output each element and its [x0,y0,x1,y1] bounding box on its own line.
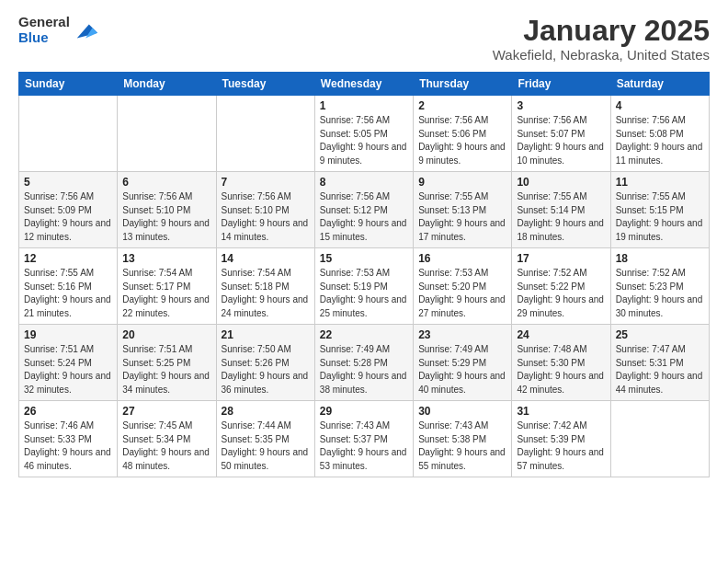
day-number: 1 [320,99,408,112]
page-title: January 2025 [493,15,710,47]
day-number: 20 [122,328,210,341]
page-subtitle: Wakefield, Nebraska, United States [493,47,710,63]
day-number: 17 [517,252,605,265]
day-info: Sunrise: 7:43 AM Sunset: 5:37 PM Dayligh… [320,419,408,473]
calendar-cell: 9Sunrise: 7:55 AM Sunset: 5:13 PM Daylig… [414,172,512,248]
logo-general-text: General [18,15,70,30]
day-number: 31 [517,405,605,418]
calendar-cell [216,96,314,172]
calendar-cell: 11Sunrise: 7:55 AM Sunset: 5:15 PM Dayli… [610,172,709,248]
title-block: January 2025 Wakefield, Nebraska, United… [493,15,710,63]
day-number: 30 [418,405,506,418]
calendar-cell: 13Sunrise: 7:54 AM Sunset: 5:17 PM Dayli… [118,248,216,325]
day-info: Sunrise: 7:54 AM Sunset: 5:18 PM Dayligh… [222,267,310,320]
day-number: 15 [320,252,408,265]
week-row-2: 5Sunrise: 7:56 AM Sunset: 5:09 PM Daylig… [19,172,710,248]
calendar-cell: 23Sunrise: 7:49 AM Sunset: 5:29 PM Dayli… [414,325,512,401]
day-number: 25 [616,328,704,341]
week-row-3: 12Sunrise: 7:55 AM Sunset: 5:16 PM Dayli… [19,248,710,325]
day-number: 19 [24,328,112,341]
calendar-cell: 24Sunrise: 7:48 AM Sunset: 5:30 PM Dayli… [512,325,610,401]
calendar-cell [118,96,216,172]
day-info: Sunrise: 7:43 AM Sunset: 5:38 PM Dayligh… [418,419,506,473]
day-info: Sunrise: 7:55 AM Sunset: 5:14 PM Dayligh… [517,190,605,244]
calendar-cell: 16Sunrise: 7:53 AM Sunset: 5:20 PM Dayli… [414,248,512,325]
calendar-cell [610,401,709,477]
calendar-cell [19,96,118,172]
day-info: Sunrise: 7:55 AM Sunset: 5:15 PM Dayligh… [616,190,704,244]
logo-icon [74,17,99,43]
week-row-1: 1Sunrise: 7:56 AM Sunset: 5:05 PM Daylig… [19,96,710,172]
calendar-cell: 2Sunrise: 7:56 AM Sunset: 5:06 PM Daylig… [414,96,512,172]
day-number: 28 [222,405,310,418]
calendar-cell: 25Sunrise: 7:47 AM Sunset: 5:31 PM Dayli… [610,325,709,401]
calendar-cell: 14Sunrise: 7:54 AM Sunset: 5:18 PM Dayli… [216,248,314,325]
calendar-cell: 21Sunrise: 7:50 AM Sunset: 5:26 PM Dayli… [216,325,314,401]
day-info: Sunrise: 7:51 AM Sunset: 5:25 PM Dayligh… [122,343,210,396]
day-number: 24 [517,328,605,341]
day-number: 23 [418,328,506,341]
weekday-header-sunday: Sunday [19,73,118,96]
day-info: Sunrise: 7:49 AM Sunset: 5:28 PM Dayligh… [320,343,408,396]
day-number: 11 [616,176,704,189]
weekday-header-wednesday: Wednesday [314,73,413,96]
day-number: 26 [24,405,112,418]
day-info: Sunrise: 7:56 AM Sunset: 5:05 PM Dayligh… [320,114,408,167]
day-info: Sunrise: 7:54 AM Sunset: 5:17 PM Dayligh… [122,267,210,320]
day-number: 5 [24,176,112,189]
weekday-header-friday: Friday [512,73,610,96]
weekday-header-row: SundayMondayTuesdayWednesdayThursdayFrid… [19,73,710,96]
calendar-cell: 28Sunrise: 7:44 AM Sunset: 5:35 PM Dayli… [216,401,314,477]
week-row-4: 19Sunrise: 7:51 AM Sunset: 5:24 PM Dayli… [19,325,710,401]
page: General Blue January 2025 Wakefield, Neb… [0,0,728,492]
day-info: Sunrise: 7:56 AM Sunset: 5:10 PM Dayligh… [122,190,210,244]
calendar-cell: 7Sunrise: 7:56 AM Sunset: 5:10 PM Daylig… [216,172,314,248]
day-info: Sunrise: 7:44 AM Sunset: 5:35 PM Dayligh… [222,419,310,473]
week-row-5: 26Sunrise: 7:46 AM Sunset: 5:33 PM Dayli… [19,401,710,477]
day-info: Sunrise: 7:47 AM Sunset: 5:31 PM Dayligh… [616,343,704,396]
calendar-cell: 19Sunrise: 7:51 AM Sunset: 5:24 PM Dayli… [19,325,118,401]
day-number: 7 [222,176,310,189]
calendar-cell: 4Sunrise: 7:56 AM Sunset: 5:08 PM Daylig… [610,96,709,172]
calendar-cell: 8Sunrise: 7:56 AM Sunset: 5:12 PM Daylig… [314,172,413,248]
calendar-cell: 5Sunrise: 7:56 AM Sunset: 5:09 PM Daylig… [19,172,118,248]
day-number: 12 [24,252,112,265]
calendar-cell: 6Sunrise: 7:56 AM Sunset: 5:10 PM Daylig… [118,172,216,248]
day-number: 21 [222,328,310,341]
calendar-cell: 3Sunrise: 7:56 AM Sunset: 5:07 PM Daylig… [512,96,610,172]
calendar-cell: 18Sunrise: 7:52 AM Sunset: 5:23 PM Dayli… [610,248,709,325]
calendar-cell: 29Sunrise: 7:43 AM Sunset: 5:37 PM Dayli… [314,401,413,477]
day-number: 27 [122,405,210,418]
calendar-cell: 27Sunrise: 7:45 AM Sunset: 5:34 PM Dayli… [118,401,216,477]
day-info: Sunrise: 7:46 AM Sunset: 5:33 PM Dayligh… [24,419,112,473]
day-info: Sunrise: 7:48 AM Sunset: 5:30 PM Dayligh… [517,343,605,396]
day-info: Sunrise: 7:56 AM Sunset: 5:10 PM Dayligh… [222,190,310,244]
calendar-cell: 26Sunrise: 7:46 AM Sunset: 5:33 PM Dayli… [19,401,118,477]
day-info: Sunrise: 7:56 AM Sunset: 5:06 PM Dayligh… [418,114,506,167]
calendar-cell: 12Sunrise: 7:55 AM Sunset: 5:16 PM Dayli… [19,248,118,325]
day-info: Sunrise: 7:56 AM Sunset: 5:07 PM Dayligh… [517,114,605,167]
calendar-cell: 1Sunrise: 7:56 AM Sunset: 5:05 PM Daylig… [314,96,413,172]
calendar: SundayMondayTuesdayWednesdayThursdayFrid… [18,72,710,477]
calendar-cell: 15Sunrise: 7:53 AM Sunset: 5:19 PM Dayli… [314,248,413,325]
calendar-cell: 31Sunrise: 7:42 AM Sunset: 5:39 PM Dayli… [512,401,610,477]
logo: General Blue [18,15,99,45]
day-info: Sunrise: 7:56 AM Sunset: 5:12 PM Dayligh… [320,190,408,244]
day-number: 4 [616,99,704,112]
day-number: 22 [320,328,408,341]
day-number: 29 [320,405,408,418]
calendar-cell: 20Sunrise: 7:51 AM Sunset: 5:25 PM Dayli… [118,325,216,401]
day-number: 14 [222,252,310,265]
day-info: Sunrise: 7:42 AM Sunset: 5:39 PM Dayligh… [517,419,605,473]
day-number: 10 [517,176,605,189]
day-info: Sunrise: 7:55 AM Sunset: 5:13 PM Dayligh… [418,190,506,244]
logo-blue-text: Blue [18,30,70,46]
day-number: 13 [122,252,210,265]
day-number: 2 [418,99,506,112]
calendar-cell: 17Sunrise: 7:52 AM Sunset: 5:22 PM Dayli… [512,248,610,325]
day-number: 6 [122,176,210,189]
day-info: Sunrise: 7:52 AM Sunset: 5:23 PM Dayligh… [616,267,704,320]
day-info: Sunrise: 7:49 AM Sunset: 5:29 PM Dayligh… [418,343,506,396]
day-number: 18 [616,252,704,265]
day-number: 16 [418,252,506,265]
